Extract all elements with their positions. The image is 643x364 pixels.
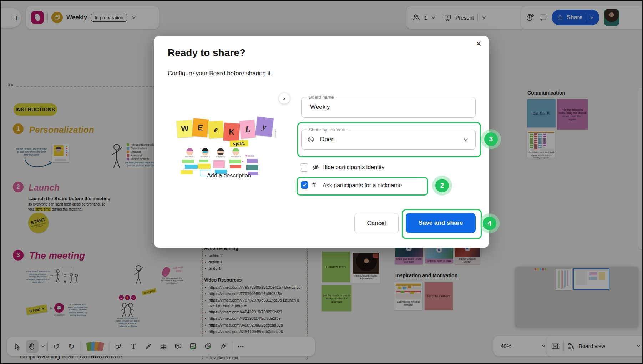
- board-name-field[interactable]: Board name Weekly: [301, 97, 476, 118]
- letter-tile: W: [176, 120, 193, 138]
- add-description-link[interactable]: Add a description: [176, 172, 283, 179]
- player-avatar-3: [217, 148, 224, 155]
- nickname-checkbox-checked[interactable]: [301, 181, 308, 189]
- hide-identity-checkbox[interactable]: [300, 163, 308, 172]
- player-avatar-1: [186, 148, 193, 155]
- heart-icon: ♥: [242, 160, 243, 163]
- letter-tile: E: [192, 118, 209, 137]
- board-name-label: Board name: [307, 95, 336, 100]
- globe-icon: [307, 136, 315, 143]
- share-mode-value: Open: [320, 136, 335, 143]
- annotation-step-3: 3: [484, 132, 498, 146]
- board-preview: × W E e K L y sync. by Klaxoon New playe…: [176, 90, 283, 186]
- share-mode-select[interactable]: Share by link/code Open: [301, 130, 476, 150]
- hide-identity-label[interactable]: Hide participants identity: [322, 164, 384, 171]
- board-preview-image: W E e K L y sync. by Klaxoon New player …: [176, 107, 283, 170]
- player-caption: New player 2: [197, 156, 213, 158]
- cancel-button[interactable]: Cancel: [354, 213, 399, 233]
- save-and-share-button[interactable]: Save and share: [406, 213, 476, 233]
- app-window: ✂ INSTRUCTIONS 1 Personalization for the…: [0, 0, 643, 364]
- nickname-label[interactable]: Ask participants for a nickname: [323, 182, 402, 189]
- dialog-title: Ready to share?: [168, 47, 245, 59]
- points-label: ♥ points: [245, 155, 254, 157]
- select-chevron-icon[interactable]: [463, 137, 469, 143]
- annotation-step-2: 2: [435, 179, 449, 192]
- player-avatar-4: [232, 148, 239, 155]
- player-caption: New player 3: [213, 156, 228, 158]
- sync-chip: sync.: [230, 140, 248, 147]
- player-avatar-2: [202, 148, 209, 155]
- eye-off-icon: [312, 163, 319, 171]
- dialog-close-button[interactable]: ×: [476, 39, 481, 48]
- letter-tile: K: [223, 123, 240, 142]
- remove-preview-button[interactable]: ×: [279, 93, 290, 104]
- share-mode-label: Share by link/code: [307, 127, 349, 132]
- letter-tile: y: [255, 116, 274, 137]
- letter-tile: L: [239, 120, 256, 138]
- by-klaxoon-credit: by Klaxoon: [274, 129, 277, 138]
- dialog-subtitle: Configure your Board before sharing it.: [168, 70, 272, 77]
- player-caption: New player 4: [228, 156, 244, 158]
- hash-icon: #: [312, 181, 316, 188]
- share-dialog: × Ready to share? Configure your Board b…: [154, 36, 489, 248]
- letter-tile: e: [208, 121, 224, 138]
- annotation-step-4: 4: [483, 217, 496, 230]
- player-caption: New player 1: [182, 156, 198, 158]
